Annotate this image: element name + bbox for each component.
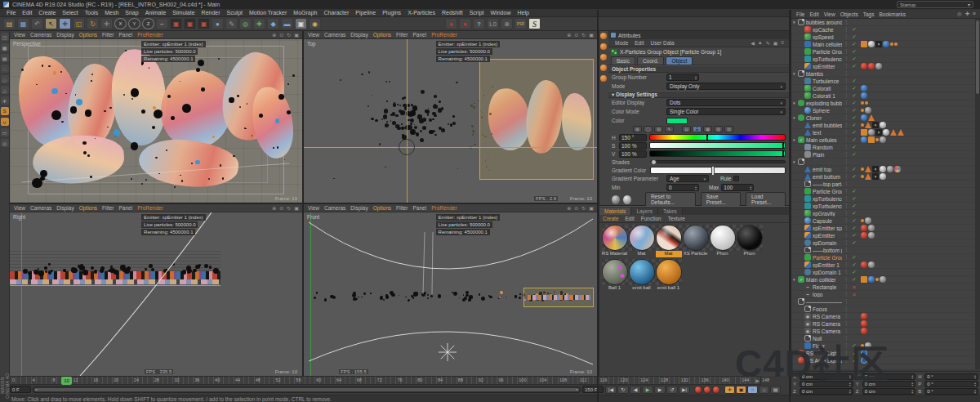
key-parameter-toggle[interactable]: ◇ [759,386,769,394]
object-tag-icon[interactable] [875,138,879,141]
material-item[interactable]: Phon [710,225,736,257]
menu-item[interactable]: Render [198,10,224,16]
magnet-tool-icon[interactable]: ∪ [1,118,9,126]
object-name[interactable]: Particle Group 1 [813,255,842,261]
viewport-canvas[interactable]: Top Emitter: xpEmitter 1 (index)Live par… [304,39,597,203]
mode-select[interactable]: Display Only▾ [666,83,786,90]
attributes-tab[interactable]: Basic [611,56,635,65]
viewport-menu-item[interactable]: Display [348,32,370,38]
object-row[interactable]: logo [791,291,980,298]
mode-model-icon[interactable]: ◳ [1,33,9,41]
xp-emitter-icon[interactable]: ● [445,18,457,29]
object-tag-icon[interactable] [861,168,864,171]
xp-system-icon[interactable]: ● [459,18,471,29]
material-item[interactable]: Mat [656,225,682,257]
menu-item[interactable]: Plugins [379,10,404,16]
object-row[interactable]: Colorati 1 [791,92,980,100]
visibility-dots[interactable] [844,92,849,99]
object-manager-menu-item[interactable]: Objects [838,11,861,17]
filter-icon[interactable]: ✚ [964,11,971,17]
object-row[interactable]: text [791,129,980,136]
object-row[interactable]: xpCache [791,26,980,34]
object-tag-icon[interactable] [875,129,882,136]
scale-tool-button[interactable]: ◱ [73,18,85,29]
object-name[interactable]: xpEmitter [813,233,835,239]
visibility-dots[interactable] [844,225,849,231]
object-tag-icon[interactable] [861,109,864,112]
xp-palette-icon-4[interactable] [600,65,607,71]
search-icon[interactable]: ◎ [956,11,964,17]
section-object-properties[interactable]: Object Properties [608,65,789,73]
maximize-view-icon[interactable]: ▣ [587,32,595,38]
camera-button[interactable]: ▣ [295,18,307,29]
viewport-menu-item[interactable]: Cameras [322,205,348,211]
viewport-canvas[interactable]: Right Emitter: xpEmitter 1 (index)Live p… [10,212,302,376]
object-tag-icon[interactable] [868,114,875,121]
visibility-dots[interactable] [844,41,849,47]
viewport-front[interactable]: ViewCamerasDisplayOptionsFilterPanelProR… [304,204,597,376]
object-row[interactable]: RS Area Light [791,350,980,357]
object-manager-menu-item[interactable]: Tags [861,11,877,17]
viewport-menu-item[interactable]: Options [77,205,100,211]
picker-wheel-icon[interactable]: ◯ [644,126,653,132]
select-tool-button[interactable]: ↖ [45,18,57,29]
saturation-slider[interactable] [649,142,786,149]
light-button[interactable]: ◉ [309,18,321,29]
add-object-button[interactable]: ● [212,18,224,29]
enable-toggle[interactable] [851,239,858,246]
menu-item[interactable]: Tools [82,10,101,16]
object-tag-icon[interactable] [861,328,867,334]
visibility-dots[interactable] [844,261,849,268]
visibility-dots[interactable] [844,306,849,312]
viewport-menu-item[interactable]: Panel [411,32,430,38]
up-icon[interactable]: ▲ [756,40,764,46]
visibility-dots[interactable] [844,320,849,327]
preset-button[interactable]: Load Preset... [746,192,786,207]
snap-toggle-icon[interactable]: S [1,107,9,115]
visibility-dots[interactable] [844,107,849,114]
object-name[interactable]: logo [813,292,822,297]
object-tag-icon[interactable] [872,173,879,180]
object-tag-icon[interactable] [861,101,864,105]
visibility-dots[interactable] [844,181,849,187]
viewport-menu-item[interactable]: Options [371,205,394,211]
enable-toggle[interactable] [851,85,858,92]
visibility-dots[interactable] [844,254,849,261]
object-name[interactable]: emit top [813,167,831,172]
materials-menu-item[interactable]: Function [638,216,665,221]
object-tag-icon[interactable] [868,232,875,239]
object-name[interactable]: RS Camera 2 [813,328,842,334]
attributes-menu-item[interactable]: Mode [612,40,631,46]
object-manager-menu-item[interactable]: Edit [807,11,821,17]
enable-toggle[interactable] [851,41,858,47]
viewport-menu-item[interactable]: Cameras [28,32,54,38]
mode-edges-icon[interactable]: ◇ [1,75,9,83]
object-name[interactable]: xpCache [813,27,834,33]
object-name[interactable]: Cloner [806,115,822,121]
object-tag-icon[interactable] [872,122,879,128]
back-icon[interactable]: ◀ [749,40,756,46]
visibility-dots[interactable] [844,284,849,290]
hue-slider[interactable] [649,134,786,141]
menu-item[interactable]: Edit [19,10,35,16]
attributes-menu-item[interactable]: Edit [631,40,647,46]
viewport-perspective[interactable]: ViewCamerasDisplayOptionsFilterPanelProR… [10,31,302,203]
object-tag-icon[interactable] [887,166,893,172]
key-scale-toggle[interactable]: ▣ [736,386,746,394]
object-name[interactable]: ——top part—— [813,181,842,187]
picker-mixer-button[interactable]: ▧ [714,126,723,132]
timeline-playhead[interactable]: 10 [61,377,72,385]
viewport-menu-item[interactable]: Panel [411,205,430,211]
edit-icon[interactable]: ✎ [764,40,772,46]
object-tag-icon[interactable] [861,63,867,69]
range-end-field[interactable]: 150 F [582,386,604,393]
menu-item[interactable]: Sculpt [224,10,246,16]
picker-spectrum-icon[interactable]: ▥ [654,126,663,132]
coordinate-field[interactable]: 0 cm▴▾ [800,388,853,395]
object-row[interactable]: xpTurbulence 1 [791,203,980,210]
viewport-menu-item[interactable]: ProRender [135,205,165,211]
visibility-dots[interactable] [844,298,849,305]
object-name[interactable]: ——bottom part—— [813,248,842,253]
object-name[interactable]: xpEmitter [813,64,835,69]
object-row[interactable]: xpEmitter 1 [791,261,980,269]
